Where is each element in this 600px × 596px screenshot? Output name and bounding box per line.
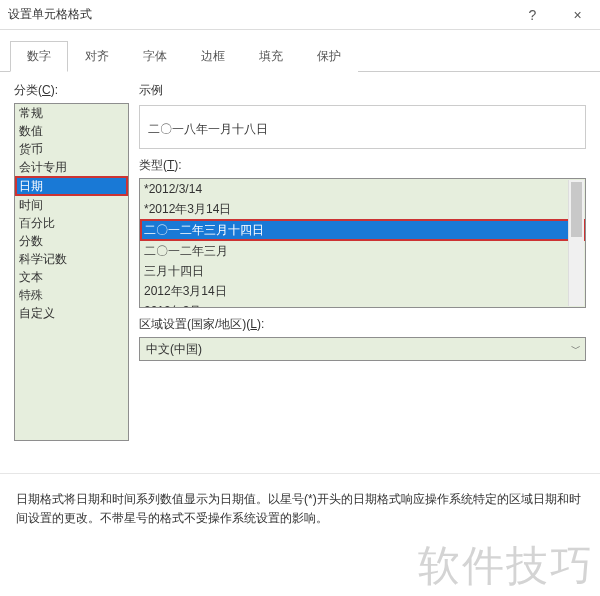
category-item-accounting[interactable]: 会计专用 — [15, 158, 128, 176]
category-item-general[interactable]: 常规 — [15, 104, 128, 122]
watermark: 软件技巧 — [418, 538, 594, 594]
locale-value: 中文(中国) — [146, 341, 202, 358]
type-item[interactable]: 2012年3月 — [140, 301, 585, 308]
sample-label: 示例 — [139, 82, 586, 99]
locale-label: 区域设置(国家/地区)(L): — [139, 316, 586, 333]
close-button[interactable]: × — [555, 0, 600, 30]
description-text: 日期格式将日期和时间系列数值显示为日期值。以星号(*)开头的日期格式响应操作系统… — [0, 473, 600, 528]
content-area: 分类(C): 常规 数值 货币 会计专用 日期 时间 百分比 分数 科学记数 文… — [0, 72, 600, 441]
sample-section: 示例 二〇一八年一月十八日 — [139, 82, 586, 149]
locale-section: 区域设置(国家/地区)(L): 中文(中国) ﹀ — [139, 316, 586, 361]
locale-label-key: L — [250, 317, 257, 331]
category-list[interactable]: 常规 数值 货币 会计专用 日期 时间 百分比 分数 科学记数 文本 特殊 自定… — [14, 103, 129, 441]
detail-column: 示例 二〇一八年一月十八日 类型(T): *2012/3/14 *2012年3月… — [139, 82, 586, 441]
category-column: 分类(C): 常规 数值 货币 会计专用 日期 时间 百分比 分数 科学记数 文… — [14, 82, 129, 441]
titlebar: 设置单元格格式 ? × — [0, 0, 600, 30]
tab-strip: 数字 对齐 字体 边框 填充 保护 — [0, 30, 600, 72]
category-label: 分类(C): — [14, 82, 129, 99]
category-item-scientific[interactable]: 科学记数 — [15, 250, 128, 268]
type-list[interactable]: *2012/3/14 *2012年3月14日 二〇一二年三月十四日 二〇一二年三… — [139, 178, 586, 308]
sample-box: 二〇一八年一月十八日 — [139, 105, 586, 149]
type-section: 类型(T): *2012/3/14 *2012年3月14日 二〇一二年三月十四日… — [139, 157, 586, 308]
category-item-text[interactable]: 文本 — [15, 268, 128, 286]
category-label-suffix: ): — [51, 83, 58, 97]
locale-select[interactable]: 中文(中国) ﹀ — [139, 337, 586, 361]
type-label-suffix: ): — [174, 158, 181, 172]
tab-number[interactable]: 数字 — [10, 41, 68, 72]
tab-protection[interactable]: 保护 — [300, 41, 358, 72]
type-item[interactable]: *2012年3月14日 — [140, 199, 585, 219]
category-item-currency[interactable]: 货币 — [15, 140, 128, 158]
category-label-key: C — [42, 83, 51, 97]
type-scrollbar-thumb[interactable] — [571, 182, 582, 237]
category-item-date[interactable]: 日期 — [15, 176, 128, 196]
type-item[interactable]: 三月十四日 — [140, 261, 585, 281]
locale-label-suffix: ): — [257, 317, 264, 331]
tab-font[interactable]: 字体 — [126, 41, 184, 72]
type-label: 类型(T): — [139, 157, 586, 174]
window-title: 设置单元格格式 — [8, 6, 92, 23]
type-item-selected[interactable]: 二〇一二年三月十四日 — [140, 219, 585, 241]
type-scrollbar[interactable] — [568, 180, 584, 306]
sample-value: 二〇一八年一月十八日 — [148, 121, 268, 138]
category-item-number[interactable]: 数值 — [15, 122, 128, 140]
titlebar-controls: ? × — [510, 0, 600, 30]
category-label-prefix: 分类( — [14, 83, 42, 97]
tab-alignment[interactable]: 对齐 — [68, 41, 126, 72]
tab-border[interactable]: 边框 — [184, 41, 242, 72]
chevron-down-icon: ﹀ — [571, 342, 581, 356]
category-item-special[interactable]: 特殊 — [15, 286, 128, 304]
category-item-time[interactable]: 时间 — [15, 196, 128, 214]
type-item[interactable]: 2012年3月14日 — [140, 281, 585, 301]
tab-fill[interactable]: 填充 — [242, 41, 300, 72]
category-item-custom[interactable]: 自定义 — [15, 304, 128, 322]
locale-label-prefix: 区域设置(国家/地区)( — [139, 317, 250, 331]
type-item[interactable]: 二〇一二年三月 — [140, 241, 585, 261]
type-label-prefix: 类型( — [139, 158, 167, 172]
category-item-fraction[interactable]: 分数 — [15, 232, 128, 250]
type-item[interactable]: *2012/3/14 — [140, 179, 585, 199]
help-button[interactable]: ? — [510, 0, 555, 30]
category-item-percentage[interactable]: 百分比 — [15, 214, 128, 232]
type-list-wrap: *2012/3/14 *2012年3月14日 二〇一二年三月十四日 二〇一二年三… — [139, 178, 586, 308]
